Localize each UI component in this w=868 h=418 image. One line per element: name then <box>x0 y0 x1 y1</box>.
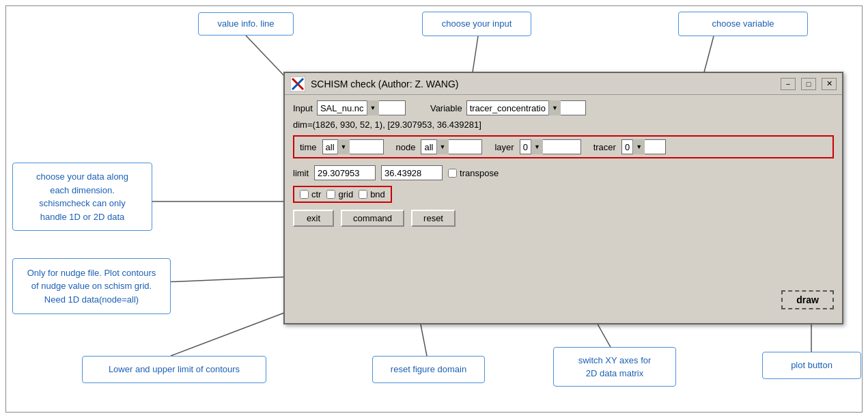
input-label: Input <box>293 103 313 113</box>
tracer-combo-arrow[interactable]: ▼ <box>632 139 645 154</box>
limit-lower-input[interactable] <box>314 165 376 180</box>
node-combo[interactable]: all ▼ <box>421 139 482 154</box>
dimension-selector-row: time all ▼ node all ▼ layer 0 ▼ tracer 0… <box>293 135 834 158</box>
input-combo[interactable]: SAL_nu.nc ▼ <box>317 100 406 115</box>
exit-button[interactable]: exit <box>293 210 334 227</box>
ctr-grid-bnd-row: ctr grid bnd <box>293 186 392 203</box>
layer-label: layer <box>494 142 514 152</box>
annotation-plot-button: plot button <box>762 352 861 379</box>
layer-combo-arrow[interactable]: ▼ <box>531 139 543 154</box>
minimize-button[interactable]: − <box>781 78 796 90</box>
transpose-label: transpose <box>460 168 499 178</box>
time-label: time <box>300 142 317 152</box>
main-dialog: SCHISM check (Author: Z. WANG) − □ ✕ Inp… <box>283 72 843 324</box>
dialog-title: SCHISM check (Author: Z. WANG) <box>311 79 781 89</box>
variable-combo[interactable]: tracer_concentratio ▼ <box>466 100 586 115</box>
window-controls: − □ ✕ <box>781 78 837 90</box>
draw-button[interactable]: draw <box>781 290 834 309</box>
ctr-checkbox-label[interactable]: ctr <box>300 189 321 199</box>
input-variable-row: Input SAL_nu.nc ▼ Variable tracer_concen… <box>293 100 834 115</box>
time-combo[interactable]: all ▼ <box>322 139 384 154</box>
bnd-checkbox[interactable] <box>359 190 367 199</box>
app-logo-icon <box>290 76 305 92</box>
ctr-checkbox[interactable] <box>300 190 309 199</box>
ctr-label: ctr <box>311 189 321 199</box>
transpose-checkbox[interactable] <box>448 169 457 178</box>
layer-combo[interactable]: 0 ▼ <box>520 139 581 154</box>
annotation-choose-input: choose your input <box>422 12 531 36</box>
tracer-label: tracer <box>593 142 616 152</box>
annotation-nudge-info: Only for nudge file. Plot contoursof nud… <box>12 258 171 314</box>
limit-upper-input[interactable] <box>381 165 443 180</box>
annotation-value-info-line: value info. line <box>198 12 294 36</box>
annotation-reset-figure: reset figure domain <box>372 356 485 383</box>
annotation-choose-data: choose your data alongeach dimension.sch… <box>12 163 152 231</box>
variable-combo-arrow[interactable]: ▼ <box>548 100 561 115</box>
command-button[interactable]: command <box>341 210 404 227</box>
grid-checkbox-label[interactable]: grid <box>326 189 353 199</box>
grid-label: grid <box>338 189 353 199</box>
input-combo-arrow[interactable]: ▼ <box>367 100 379 115</box>
variable-label: Variable <box>430 103 462 113</box>
limit-label: limit <box>293 168 309 178</box>
bnd-checkbox-label[interactable]: bnd <box>359 189 385 199</box>
limit-row: limit transpose <box>293 165 834 180</box>
node-combo-arrow[interactable]: ▼ <box>436 139 449 154</box>
dim-info-line: dim=(1826, 930, 52, 1), [29.307953, 36.4… <box>293 120 834 130</box>
node-label: node <box>396 142 416 152</box>
reset-button[interactable]: reset <box>411 210 456 227</box>
annotation-lower-upper: Lower and upper limit of contours <box>82 356 266 383</box>
grid-checkbox[interactable] <box>326 190 335 199</box>
button-row: exit command reset <box>293 210 834 227</box>
close-button[interactable]: ✕ <box>822 78 837 90</box>
draw-button-container: draw <box>781 290 834 309</box>
time-combo-arrow[interactable]: ▼ <box>337 139 350 154</box>
title-bar: SCHISM check (Author: Z. WANG) − □ ✕ <box>285 73 842 95</box>
bnd-label: bnd <box>370 189 385 199</box>
annotation-choose-variable: choose variable <box>678 12 808 36</box>
annotation-switch-xy: switch XY axes for2D data matrix <box>553 347 676 387</box>
tracer-combo[interactable]: 0 ▼ <box>621 139 666 154</box>
maximize-button[interactable]: □ <box>801 78 816 90</box>
dialog-content: Input SAL_nu.nc ▼ Variable tracer_concen… <box>285 95 842 232</box>
transpose-checkbox-label[interactable]: transpose <box>448 168 499 178</box>
